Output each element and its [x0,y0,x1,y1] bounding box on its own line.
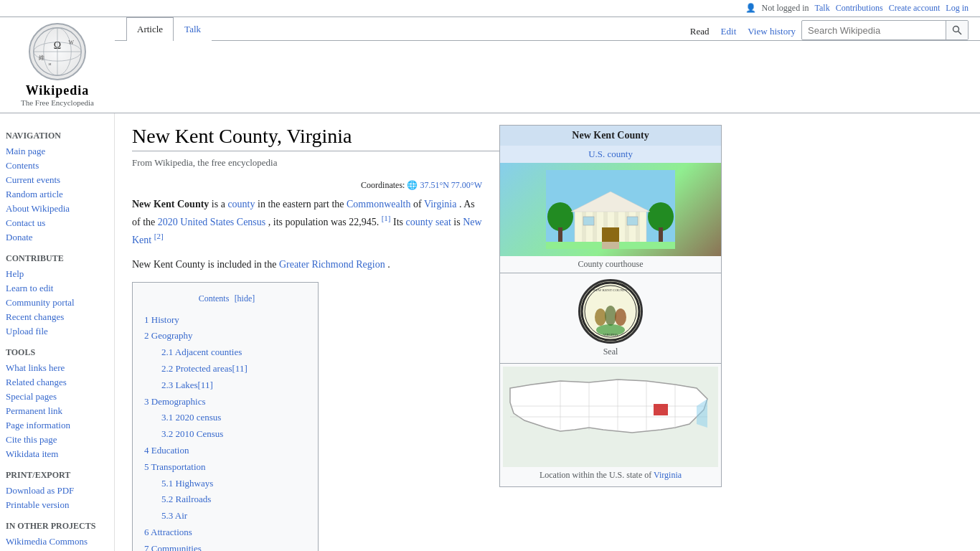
toc-item-2[interactable]: 2.1 Adjacent counties [144,344,306,361]
search-button[interactable] [946,21,968,39]
ref-1[interactable]: [1] [382,214,391,222]
navigation-section-title: Navigation [6,131,108,141]
coordinates-label: Coordinates: [361,180,405,190]
toc-item-8[interactable]: 4 Education [144,443,306,459]
action-read[interactable]: Read [684,23,715,40]
sidebar-item-contents[interactable]: Contents [6,159,108,173]
intro-text-2: in the eastern part the [258,199,347,209]
commonwealth-link[interactable]: Commonwealth [347,199,410,209]
sidebar-item-contact-us[interactable]: Contact us [6,216,108,230]
sidebar-item-community-portal[interactable]: Community portal [6,296,108,310]
log-in-link[interactable]: Log in [946,3,969,14]
infobox-courthouse-caption: County courthouse [500,256,721,273]
svg-text:W: W [69,39,75,46]
greater-richmond-link[interactable]: Greater Richmond Region [279,259,385,270]
search-box [801,20,969,40]
toc-item-7[interactable]: 3.2 2010 Census [144,426,306,443]
toc-item-6[interactable]: 3.1 2020 census [144,410,306,426]
table-of-contents: Contents [hide] 1 History2 Geography2.1 … [132,282,319,551]
toc-item-0[interactable]: 1 History [144,312,306,329]
toc-item-9[interactable]: 5 Transportation [144,459,306,476]
intro-bold: New Kent County [132,199,209,209]
sidebar-item-wikimedia-commons[interactable]: Wikimedia Commons [6,534,108,549]
infobox-seal-caption: Seal [603,347,618,357]
svg-rect-26 [583,217,594,225]
svg-rect-15 [659,227,663,242]
infobox-subtitle[interactable]: U.S. county [500,146,721,163]
sidebar-item-donate[interactable]: Donate [6,230,108,245]
svg-rect-13 [558,227,562,242]
sidebar-item-download-pdf[interactable]: Download as PDF [6,484,108,498]
toc-item-4[interactable]: 2.3 Lakes[11] [144,377,306,394]
toc-item-10[interactable]: 5.1 Highways [144,476,306,492]
print-section-title: Print/export [6,470,108,481]
create-account-link[interactable]: Create account [889,3,941,14]
sidebar-item-cite-this-page[interactable]: Cite this page [6,433,108,447]
sidebar-item-recent-changes[interactable]: Recent changes [6,310,108,324]
svg-text:VIRGINIA: VIRGINIA [603,333,618,336]
intro-text-1: is a [212,199,228,209]
svg-rect-47 [654,404,668,415]
header-right: Article Talk Read Edit View history [115,17,980,113]
intro-text-5: , its population was 22,945. [268,217,379,227]
logo-area[interactable]: Ω 維 W и Wikipedia The Free Encyclopedia [0,17,115,113]
tab-article[interactable]: Article [126,17,174,41]
sidebar-item-upload-file[interactable]: Upload file [6,324,108,339]
toc-item-1[interactable]: 2 Geography [144,328,306,344]
sidebar-item-page-information[interactable]: Page information [6,418,108,433]
map-caption-prefix: Location within the U.S. state of [540,470,654,480]
sidebar-item-learn-to-edit[interactable]: Learn to edit [6,281,108,296]
sidebar-item-about-wikipedia[interactable]: About Wikipedia [6,202,108,216]
county-link[interactable]: county [227,199,255,209]
infobox-map-caption: Location within the U.S. state of Virgin… [503,467,718,484]
infobox: New Kent County U.S. county [499,125,722,487]
sidebar-item-related-changes[interactable]: Related changes [6,375,108,390]
sidebar-item-special-pages[interactable]: Special pages [6,390,108,404]
coordinates-value[interactable]: 37.51°N 77.00°W [420,180,482,190]
census-link[interactable]: 2020 United States Census [158,217,266,227]
sidebar-item-printable-version[interactable]: Printable version [6,498,108,512]
infobox-courthouse-image [500,163,721,256]
infobox-seal-area: NEW KENT COUNTY VIRGINIA Seal [500,273,721,364]
sidebar-item-main-page[interactable]: Main page [6,144,108,159]
sidebar-item-help[interactable]: Help [6,267,108,281]
tools-section-title: Tools [6,347,108,358]
talk-link[interactable]: Talk [815,3,830,14]
svg-point-14 [648,202,674,231]
action-view-history[interactable]: View history [742,23,801,40]
infobox-title: New Kent County [500,126,721,146]
logo-subtitle: The Free Encyclopedia [21,98,94,107]
content-area: New Kent County U.S. county [115,113,739,551]
sidebar-item-wikidata-item[interactable]: Wikidata item [6,447,108,461]
svg-line-10 [958,32,962,35]
toc-hide-button[interactable]: [hide] [235,293,255,303]
sidebar-item-permanent-link[interactable]: Permanent link [6,404,108,418]
not-logged-in-label: Not logged in [762,3,809,14]
sidebar-item-current-events[interactable]: Current events [6,173,108,187]
sidebar-item-random-article[interactable]: Random article [6,187,108,202]
svg-rect-29 [602,242,619,249]
user-icon: 👤 [745,3,756,14]
contributions-link[interactable]: Contributions [836,3,883,14]
virginia-map [503,367,718,467]
toc-item-5[interactable]: 3 Demographics [144,394,306,410]
virginia-link[interactable]: Virginia [424,199,457,209]
toc-item-3[interactable]: 2.2 Protected areas[11] [144,361,306,377]
globe-icon: 🌐 [407,180,418,190]
action-edit[interactable]: Edit [715,23,743,40]
toc-item-14[interactable]: 7 Communities [144,541,306,551]
toc-item-11[interactable]: 5.2 Railroads [144,491,306,508]
main-layout: Navigation Main page Contents Current ev… [0,113,980,551]
county-seat-link[interactable]: county seat [405,217,451,227]
sidebar-item-what-links-here[interactable]: What links here [6,361,108,375]
map-caption-virginia-link[interactable]: Virginia [654,470,682,480]
toc-item-12[interactable]: 5.3 Air [144,508,306,524]
toc-item-13[interactable]: 6 Attractions [144,524,306,541]
intro-text-3: of [413,199,424,209]
svg-point-9 [953,27,959,32]
svg-rect-27 [627,217,638,225]
tab-talk[interactable]: Talk [174,17,212,41]
search-input[interactable] [802,25,946,36]
ref-2[interactable]: [2] [154,232,164,240]
top-bar: 👤 Not logged in Talk Contributions Creat… [0,0,980,17]
